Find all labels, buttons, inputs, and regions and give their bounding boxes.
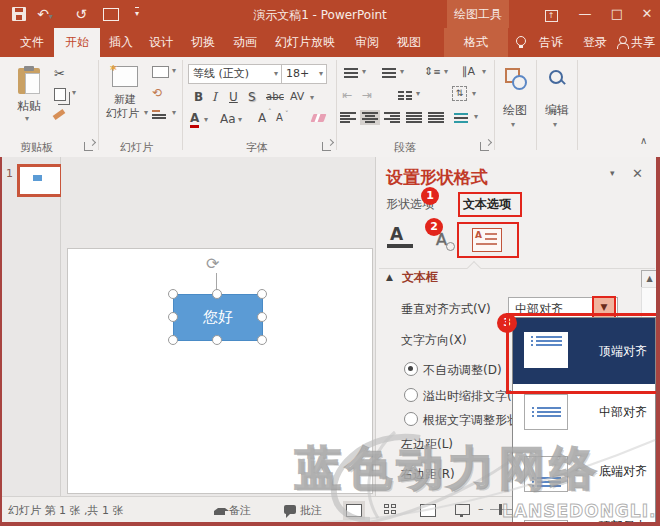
font-name-combo[interactable]: 等线 (正文)▾ [188,64,282,84]
tab-view[interactable]: 视图 [390,28,428,57]
resize-handle-sw[interactable] [168,335,178,345]
sign-in-link[interactable]: 登录 [578,28,612,57]
change-case-button[interactable]: Aa [220,112,236,126]
radio-no-autofit-label[interactable]: 不自动调整(D) [423,362,502,379]
clear-formatting-button[interactable] [311,114,327,122]
justify-button[interactable] [406,112,422,123]
group-font: 等线 (正文)▾ 18+▾ B I U S abc AV ▾ A ▾ Aa ▾ … [184,60,334,154]
grow-font-button[interactable]: A [258,111,266,125]
radio-shrink-on-overflow[interactable] [404,388,418,402]
slideshow-view-button[interactable] [455,504,470,515]
slide-canvas[interactable]: ⟳ 您好 [67,248,373,494]
section-expand-icon[interactable]: ▲ [386,272,393,282]
paste-label: 粘贴 [17,98,41,115]
decrease-indent-button[interactable]: ⇤ [342,88,352,102]
pane-menu-arrow-icon[interactable]: ▾ [610,168,615,178]
redo-icon: ↺ [75,6,87,22]
maximize-button[interactable]: □ [604,0,630,28]
font-size-combo[interactable]: 18+▾ [281,64,327,84]
character-spacing-button[interactable]: AV [290,90,304,103]
save-icon[interactable] [12,7,26,21]
resize-handle-n[interactable] [212,289,222,299]
undo-button[interactable]: ↶▾ [34,4,56,24]
tab-insert[interactable]: 插入 [102,28,140,57]
zoom-slider-thumb[interactable] [499,504,502,515]
magnifier-icon [549,70,563,84]
smartart-convert-button[interactable] [454,113,468,123]
underline-button[interactable]: U [229,90,238,104]
tab-transitions[interactable]: 切换 [184,28,222,57]
tab-home[interactable]: 开始 [54,28,100,57]
editing-button[interactable]: 编辑 ▾ [540,62,574,140]
start-slideshow-button[interactable] [100,4,122,24]
tab-animations[interactable]: 动画 [226,28,264,57]
slide-editor: ⟳ 您好 [61,157,375,496]
section-button[interactable] [152,110,166,119]
slide-sorter-view-button[interactable] [384,504,396,515]
selected-shape[interactable]: 您好 [173,294,263,341]
new-slide-button[interactable]: * 新建 幻灯片 ▾ [104,62,148,134]
tab-format[interactable]: 格式 [450,28,502,57]
text-direction-button[interactable]: ∥A [462,65,475,78]
font-color-button[interactable]: A [190,111,199,128]
tab-file[interactable]: 文件 [12,28,52,57]
reset-slide-button[interactable]: ⟲ [152,86,162,100]
tellme-box[interactable]: 告诉我... [528,28,574,57]
radio-no-autofit[interactable] [404,362,418,376]
resize-handle-se[interactable] [257,335,267,345]
line-spacing-button[interactable]: ⇕≡ [424,65,441,78]
bold-button[interactable]: B [194,90,203,104]
align-center-button[interactable] [362,112,378,123]
increase-indent-button[interactable]: ⇥ [362,88,372,102]
format-painter-button[interactable] [53,109,66,120]
dropdown-item-bottom-align[interactable]: 底端对齐 [513,448,655,512]
strikethrough-button[interactable]: abc [266,91,284,102]
zoom-out-button[interactable]: – [478,502,484,515]
notes-button[interactable]: 备注 [229,503,251,518]
drawing-button[interactable]: 绘图 ▾ [498,62,532,140]
tab-review[interactable]: 审阅 [348,28,386,57]
text-shadow-button[interactable]: S [248,90,256,104]
rotate-handle-icon[interactable]: ⟳ [206,254,219,273]
minimize-button[interactable]: — [572,0,598,28]
resize-handle-e[interactable] [257,312,267,322]
layout-button[interactable] [152,66,169,78]
resize-handle-nw[interactable] [168,289,178,299]
tab-slideshow[interactable]: 幻灯片放映 [266,28,344,57]
comments-button[interactable]: 批注 [300,503,322,518]
text-fill-outline-icon[interactable]: A [390,224,403,244]
bullets-button[interactable] [344,68,358,78]
distribute-button[interactable] [428,112,444,123]
slide-thumbnail[interactable] [17,164,63,197]
columns-button[interactable] [398,91,404,100]
pane-close-icon[interactable]: ✕ [632,166,643,181]
font-dialog-launcher[interactable] [322,142,331,151]
close-button[interactable]: ✕ [634,0,660,28]
align-right-button[interactable] [384,112,400,123]
resize-handle-w[interactable] [168,312,178,322]
resize-handle-ne[interactable] [257,289,267,299]
align-left-button[interactable] [340,112,356,123]
align-text-button[interactable]: ⇅ [452,86,467,101]
collapse-ribbon-button[interactable]: ∧ [640,135,647,146]
reading-view-button[interactable] [420,504,436,517]
tab-design[interactable]: 设计 [142,28,180,57]
resize-handle-s[interactable] [212,335,222,345]
radio-resize-shape[interactable] [404,412,418,426]
redo-button[interactable]: ↺ [70,4,92,24]
cut-button[interactable]: ✂ [54,66,65,81]
copy-button[interactable] [54,88,66,101]
paste-button[interactable]: 粘贴 ▾ [12,60,48,132]
shrink-font-button[interactable]: A [276,112,283,123]
paragraph-dialog-launcher[interactable] [480,142,489,151]
italic-button[interactable]: I [212,90,217,104]
shape-text[interactable]: 您好 [174,308,262,327]
clipboard-dialog-launcher[interactable] [84,142,93,151]
share-button[interactable]: 共享 [628,28,658,57]
ribbon-display-options-button[interactable]: ↑ [538,0,564,28]
numbering-button[interactable] [382,68,396,78]
customize-qat-button[interactable]: ▾ [126,4,148,24]
annotation-box-textbox-icon [457,222,519,258]
normal-view-button[interactable] [346,504,362,517]
textbox-section-header[interactable]: 文本框 [402,269,438,286]
